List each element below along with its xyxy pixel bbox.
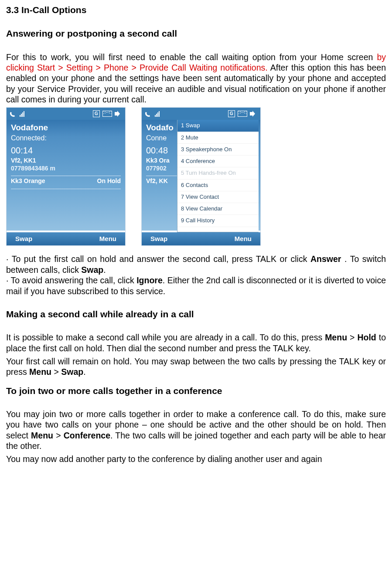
menu-item-turn-hands-free-on: 5 Turn Hands-free On	[177, 167, 259, 179]
paragraph-callwaiting: For this to work, you will first need to…	[6, 52, 386, 105]
heading-second-call: Making a second call while already in a …	[6, 309, 386, 320]
softkey-right[interactable]: Menu	[235, 235, 252, 243]
phone-icon	[144, 110, 152, 117]
timer-label: 00:48	[146, 145, 179, 156]
bold-answer: Answer	[310, 254, 341, 264]
message-icon	[102, 111, 112, 117]
softkey-right[interactable]: Menu	[99, 235, 116, 243]
status-bar: G	[7, 108, 125, 120]
text: .	[83, 367, 85, 377]
heading-section: 3.3 In-Call Options	[6, 4, 386, 16]
softkey-bar: Swap Menu	[142, 232, 260, 245]
hold-name: Kk3 Orange	[11, 177, 45, 185]
softkey-left[interactable]: Swap	[150, 235, 167, 243]
heading-answering: Answering or postponing a second call	[6, 28, 386, 39]
message-icon	[238, 111, 247, 117]
screenshot-row: G Vodafone Connected: 00:14 Vf2, KK1 077…	[6, 107, 386, 246]
text: >	[53, 431, 64, 440]
hold-status: On Hold	[97, 177, 121, 185]
phone-screenshot-2: G Vodafo Conne 00:48 Kk3 Ora 077902 Vf2,…	[141, 107, 261, 246]
signal-icon	[20, 111, 24, 117]
heading-conference: To join two or more calls together in a …	[6, 385, 386, 397]
text: >	[347, 333, 357, 342]
bold-ignore: Ignore	[136, 275, 163, 285]
signal-icon	[155, 111, 160, 117]
text: For this to work, you will first need to…	[6, 52, 377, 62]
gprs-icon: G	[228, 110, 235, 117]
text: It is possible to make a second call whi…	[6, 333, 325, 342]
text: · To avoid answering the call, click	[6, 275, 136, 285]
menu-item-swap[interactable]: 1 Swap	[177, 120, 259, 132]
status-label: Conne	[146, 134, 179, 143]
timer-label: 00:14	[11, 145, 121, 156]
text: .	[103, 265, 106, 275]
bold-conference: Conference	[64, 431, 110, 440]
number-label: 077902	[146, 165, 179, 173]
hold-name: Vf2, KK	[146, 177, 168, 185]
bold-swap: Swap	[81, 265, 103, 275]
bold-hold: Hold	[357, 333, 376, 342]
paragraph-second-call-2: Your first call will remain on hold. You…	[6, 356, 386, 377]
softkey-left[interactable]: Swap	[15, 235, 32, 243]
gprs-icon: G	[93, 110, 100, 117]
bold-menu: Menu	[325, 333, 347, 342]
caller-label: Kk3 Ora	[146, 157, 179, 165]
bold-swap: Swap	[61, 367, 83, 377]
call-body: Vodafone Connected: 00:14 Vf2, KK1 07789…	[7, 120, 125, 231]
text: · To put the first call on hold and answ…	[6, 254, 310, 264]
carrier-label: Vodafone	[11, 122, 121, 133]
paragraph-second-call-1: It is possible to make a second call whi…	[6, 332, 386, 353]
menu-item-conference[interactable]: 4 Conference	[177, 156, 259, 167]
status-label: Connected:	[11, 134, 121, 143]
menu-item-mute[interactable]: 2 Mute	[177, 132, 259, 144]
caller-label: Vf2, KK1	[11, 157, 121, 165]
text: You may now add another party to the con…	[6, 454, 322, 464]
speaker-icon	[115, 111, 123, 117]
menu-item-view-calendar[interactable]: 8 View Calendar	[177, 203, 259, 215]
speaker-icon	[250, 111, 258, 117]
bullet-2: · To avoid answering the call, click Ign…	[6, 275, 386, 296]
menu-item-view-contact[interactable]: 7 View Contact	[177, 191, 259, 203]
bold-menu: Menu	[31, 431, 53, 440]
paragraph-conference-2: You may now add another party to the con…	[6, 454, 386, 464]
status-bar: G	[142, 108, 260, 120]
menu-item-contacts[interactable]: 6 Contacts	[177, 180, 259, 191]
phone-icon	[9, 110, 17, 117]
bold-menu: Menu	[29, 367, 51, 377]
carrier-label: Vodafo	[146, 122, 179, 133]
number-label: 07789843486 m	[11, 165, 121, 173]
bullet-1: · To put the first call on hold and answ…	[6, 254, 386, 275]
menu-item-call-history[interactable]: 9 Call History	[177, 215, 259, 227]
menu-item-speakerphone-on[interactable]: 3 Speakerphone On	[177, 144, 259, 156]
softkey-bar: Swap Menu	[7, 232, 125, 245]
menu-popup: 1 Swap2 Mute3 Speakerphone On4 Conferenc…	[177, 120, 259, 232]
text: >	[51, 367, 61, 377]
phone-screenshot-1: G Vodafone Connected: 00:14 Vf2, KK1 077…	[6, 107, 126, 246]
paragraph-conference-1: You may join two or more calls together …	[6, 409, 386, 452]
